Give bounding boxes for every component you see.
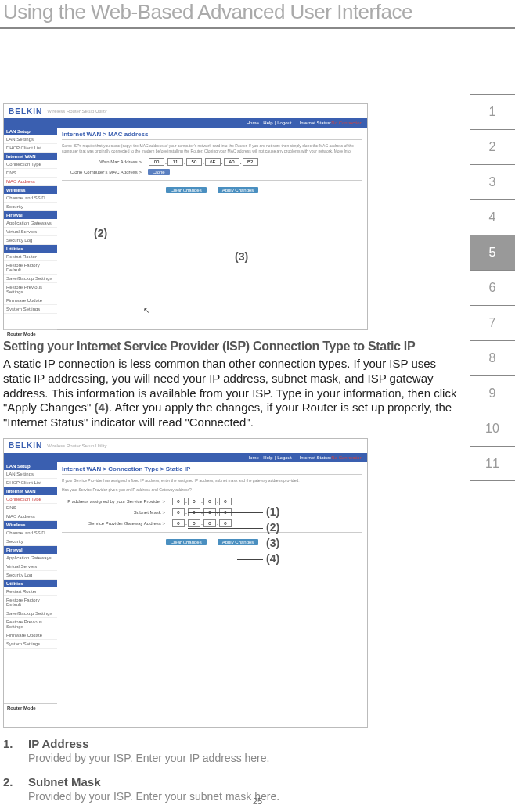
subnet-input-1[interactable]: [172, 508, 185, 516]
title-underline: [0, 27, 515, 29]
brand-logo: BELKIN: [9, 107, 42, 116]
callout-line-1: [188, 512, 263, 513]
mac-input-5[interactable]: [224, 158, 239, 166]
ss2-main-text1: If your Service Provider has assigned a …: [62, 478, 362, 483]
nav2-save-backup[interactable]: Save/Backup Settings: [4, 609, 57, 618]
list-item-2: 2. Subnet Mask Provided by your ISP. Ent…: [3, 775, 465, 803]
nav2-firmware[interactable]: Firmware Update: [4, 631, 57, 640]
tab-7[interactable]: 7: [470, 305, 515, 340]
nav-restore-prev[interactable]: Restore Previous Settings: [4, 283, 57, 296]
nav-security[interactable]: Security: [4, 203, 57, 211]
nav-dhcp-client[interactable]: DHCP Client List: [4, 144, 57, 153]
nav2-channel-ssid[interactable]: Channel and SSID: [4, 529, 57, 537]
clear-button[interactable]: Clear Changes: [166, 187, 207, 193]
clone-button[interactable]: Clone: [148, 169, 170, 175]
ip-input-4[interactable]: [219, 498, 232, 505]
nav-app-gateways[interactable]: Application Gateways: [4, 219, 57, 228]
body-paragraph: A static IP connection is less common th…: [3, 357, 465, 430]
mac-input-2[interactable]: [167, 158, 183, 166]
mac-input-4[interactable]: [205, 158, 221, 166]
tab-2[interactable]: 2: [470, 129, 515, 164]
mac-input-3[interactable]: [186, 158, 202, 166]
nav2-virtual-servers[interactable]: Virtual Servers: [4, 562, 57, 571]
nav2-router-mode: Router Mode: [4, 703, 57, 712]
nav-header-wan: Internet WAN: [4, 153, 57, 160]
nav-restore-default[interactable]: Restore Factory Default: [4, 261, 57, 275]
nav-restart[interactable]: Restart Router: [4, 253, 57, 261]
tab-9[interactable]: 9: [470, 375, 515, 411]
list-item-1: 1. IP Address Provided by your ISP. Ente…: [3, 737, 465, 764]
nav-mac-address[interactable]: MAC Address: [4, 178, 57, 186]
nav-router-mode: Router Mode: [4, 329, 57, 338]
ip-input-2[interactable]: [188, 498, 200, 505]
nav2-connection-type[interactable]: Connection Type: [4, 495, 57, 504]
nav2-security-log[interactable]: Security Log: [4, 571, 57, 580]
ss2-main-text2: Has your Service Provider given you an I…: [62, 487, 362, 493]
gateway-input-2[interactable]: [188, 519, 200, 527]
nav-firmware[interactable]: Firmware Update: [4, 296, 57, 305]
ip-input-3[interactable]: [203, 498, 216, 505]
tab-10[interactable]: 10: [470, 411, 515, 446]
gateway-input-3[interactable]: [203, 519, 216, 527]
apply-button[interactable]: Apply Changes: [218, 187, 259, 193]
nav-connection-type[interactable]: Connection Type: [4, 160, 57, 169]
gateway-input-4[interactable]: [219, 519, 232, 527]
nav-dns[interactable]: DNS: [4, 169, 57, 178]
nav-system[interactable]: System Settings: [4, 305, 57, 314]
callout-s2-4: (4): [266, 552, 279, 565]
callout-s2-2: (2): [266, 521, 279, 534]
callout-line-3: [188, 544, 263, 544]
page-title: Using the Web-Based Advanced User Interf…: [0, 0, 515, 27]
callout-line-2: [188, 528, 263, 529]
tab-8[interactable]: 8: [470, 340, 515, 375]
list-desc-2: Provided by your ISP. Enter your subnet …: [28, 790, 465, 803]
ss2-sidenav: LAN Setup LAN Settings DHCP Client List …: [4, 462, 57, 713]
content-area: BELKIN Wireless Router Setup Utility Hom…: [0, 103, 468, 812]
cursor-icon: ↖: [143, 306, 149, 314]
tab-1[interactable]: 1: [470, 94, 515, 129]
ss1-main-title: Internet WAN > MAC address: [62, 131, 362, 140]
nav2-header-wireless: Wireless: [4, 521, 57, 529]
mac-input-1[interactable]: [149, 158, 164, 166]
tab-4[interactable]: 4: [470, 199, 515, 235]
nav2-header-wan: Internet WAN: [4, 487, 57, 495]
ss2-main-title: Internet WAN > Connection Type > Static …: [62, 465, 362, 475]
nav2-restore-prev[interactable]: Restore Previous Settings: [4, 618, 57, 631]
nav2-security[interactable]: Security: [4, 537, 57, 546]
nav-save-backup[interactable]: Save/Backup Settings: [4, 275, 57, 283]
tab-6[interactable]: 6: [470, 270, 515, 305]
nav-logout[interactable]: Logout: [277, 120, 291, 125]
nav2-restart[interactable]: Restart Router: [4, 587, 57, 596]
gateway-input-1[interactable]: [172, 519, 185, 527]
nav2-home[interactable]: Home: [247, 455, 259, 460]
tab-3[interactable]: 3: [470, 164, 515, 199]
tab-11[interactable]: 11: [470, 446, 515, 481]
nav2-logout[interactable]: Logout: [277, 455, 291, 460]
nav-home[interactable]: Home: [247, 120, 259, 125]
brand-subtitle-2: Wireless Router Setup Utility: [47, 444, 106, 448]
list-title-2: Subnet Mask: [28, 775, 465, 789]
nav-virtual-servers[interactable]: Virtual Servers: [4, 228, 57, 236]
nav2-app-gateways[interactable]: Application Gateways: [4, 554, 57, 562]
nav2-dns[interactable]: DNS: [4, 504, 57, 512]
ss1-main-text: Some ISPs require that you clone (copy) …: [62, 143, 362, 153]
list-num-1: 1.: [3, 737, 28, 764]
nav2-lan-settings[interactable]: LAN Settings: [4, 470, 57, 479]
nav-lan-settings[interactable]: LAN Settings: [4, 135, 57, 144]
nav2-system[interactable]: System Settings: [4, 640, 57, 649]
nav-security-log[interactable]: Security Log: [4, 236, 57, 245]
nav2-dhcp-client[interactable]: DHCP Client List: [4, 479, 57, 487]
nav2-status-value: No Connection: [331, 455, 362, 460]
nav2-help[interactable]: Help: [263, 455, 272, 460]
ss2-main: Internet WAN > Connection Type > Static …: [57, 462, 367, 713]
nav2-mac-address[interactable]: MAC Address: [4, 512, 57, 521]
nav2-restore-default[interactable]: Restore Factory Default: [4, 596, 57, 609]
nav-header-wireless: Wireless: [4, 186, 57, 194]
tab-5[interactable]: 5: [470, 235, 515, 270]
nav-help[interactable]: Help: [263, 120, 272, 125]
callout-s2-3: (3): [266, 537, 279, 549]
mac-input-6[interactable]: [243, 158, 258, 166]
clone-label: Clone Computer's MAC Address >: [62, 170, 148, 174]
ip-input-1[interactable]: [172, 498, 185, 505]
nav-channel-ssid[interactable]: Channel and SSID: [4, 194, 57, 203]
